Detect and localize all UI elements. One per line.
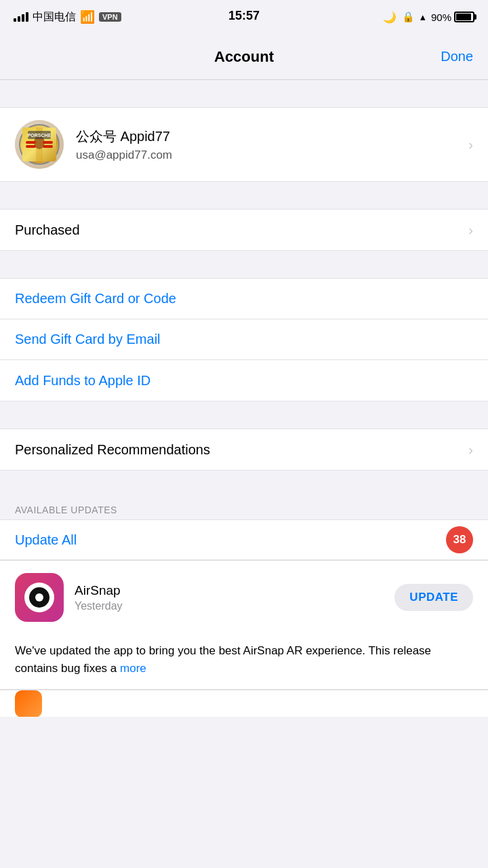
purchased-section: Purchased › <box>0 209 488 251</box>
section-gap-3 <box>0 251 488 278</box>
vpn-badge: VPN <box>99 12 121 22</box>
signal-icon <box>14 12 28 22</box>
profile-name: 公众号 Appid77 <box>76 127 456 146</box>
airsnap-icon-inner <box>24 583 54 612</box>
add-funds-row[interactable]: Add Funds to Apple ID <box>0 360 488 401</box>
redeem-row[interactable]: Redeem Gift Card or Code <box>0 279 488 319</box>
svg-rect-4 <box>43 141 53 144</box>
airsnap-info: AirSnap Yesterday <box>75 583 384 612</box>
svg-rect-5 <box>26 145 36 148</box>
emblem-svg: PORSCHE <box>22 127 56 161</box>
section-gap-4 <box>0 401 488 429</box>
done-button[interactable]: Done <box>441 49 473 64</box>
send-gift-label: Send Gift Card by Email <box>15 332 473 347</box>
profile-email: usa@appid77.com <box>76 149 456 162</box>
personalized-chevron-icon: › <box>468 442 473 458</box>
avatar: PORSCHE <box>15 120 64 169</box>
update-all-label[interactable]: Update All <box>15 532 446 548</box>
status-left: 中国电信 📶 VPN <box>14 9 121 24</box>
section-gap-5 <box>0 471 488 498</box>
airsnap-eye-icon <box>29 587 49 608</box>
location-icon: ▴ <box>420 11 426 23</box>
update-count-badge: 38 <box>446 526 473 553</box>
svg-rect-6 <box>43 145 53 148</box>
next-app-icon <box>15 690 42 717</box>
svg-rect-3 <box>26 141 36 144</box>
navigation-bar: Account Done <box>0 34 488 80</box>
battery-indicator: 90% <box>431 12 474 23</box>
svg-text:PORSCHE: PORSCHE <box>28 133 52 138</box>
personalized-row[interactable]: Personalized Recommendations › <box>0 429 488 470</box>
porsche-emblem: PORSCHE <box>19 124 60 165</box>
profile-row[interactable]: PORSCHE 公众号 Appid77 usa@appid77.com › <box>0 107 488 182</box>
available-updates-header: AVAILABLE UPDATES <box>0 498 488 519</box>
update-all-row[interactable]: Update All 38 <box>0 519 488 560</box>
purchased-label: Purchased <box>15 222 468 238</box>
airsnap-date: Yesterday <box>75 600 384 612</box>
description-ellipsis: a <box>110 662 120 675</box>
personalized-label: Personalized Recommendations <box>15 442 468 458</box>
airsnap-name: AirSnap <box>75 583 384 598</box>
moon-icon: 🌙 <box>383 11 396 24</box>
airsnap-pupil <box>35 593 43 601</box>
purchased-chevron-icon: › <box>468 222 473 238</box>
chevron-right-icon: › <box>468 137 473 153</box>
airsnap-update-button[interactable]: UPDATE <box>394 584 473 611</box>
airsnap-description-text: We've updated the app to bring you the b… <box>15 644 431 675</box>
status-time: 15:57 <box>228 9 260 23</box>
airsnap-description: We've updated the app to bring you the b… <box>0 634 488 690</box>
gift-section: Redeem Gift Card or Code Send Gift Card … <box>0 278 488 401</box>
section-gap-2 <box>0 182 488 209</box>
more-link[interactable]: more <box>120 662 146 675</box>
status-bar: 中国电信 📶 VPN 15:57 🌙 🔒 ▴ 90% <box>0 0 488 34</box>
personalized-section: Personalized Recommendations › <box>0 429 488 471</box>
section-gap-1 <box>0 80 488 107</box>
battery-icon <box>454 12 474 22</box>
page-title: Account <box>214 48 274 66</box>
airsnap-icon <box>15 573 64 622</box>
carrier-label: 中国电信 <box>33 10 76 24</box>
wifi-icon: 📶 <box>80 9 95 24</box>
battery-percent: 90% <box>431 12 451 23</box>
next-app-row <box>0 690 488 717</box>
profile-info: 公众号 Appid77 usa@appid77.com <box>76 127 456 162</box>
redeem-label: Redeem Gift Card or Code <box>15 291 473 307</box>
purchased-row[interactable]: Purchased › <box>0 210 488 250</box>
send-gift-row[interactable]: Send Gift Card by Email <box>0 319 488 360</box>
airsnap-row: AirSnap Yesterday UPDATE <box>0 560 488 634</box>
add-funds-label: Add Funds to Apple ID <box>15 373 473 389</box>
lock-icon: 🔒 <box>402 11 415 23</box>
status-right: 🌙 🔒 ▴ 90% <box>383 11 474 24</box>
